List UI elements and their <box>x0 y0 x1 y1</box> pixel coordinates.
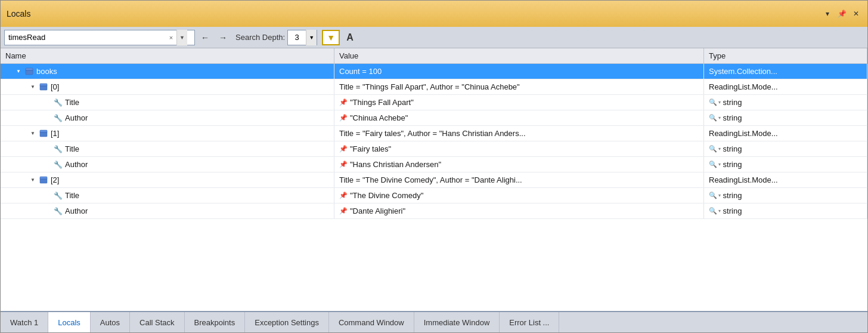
row-name: [1] <box>51 129 59 138</box>
table-row[interactable]: 🔧 Author 📌 "Hans Christian Andersen" 🔍 ▾… <box>1 157 867 172</box>
tab-error-list[interactable]: Error List ... <box>500 312 559 332</box>
table-row[interactable]: [2] Title = "The Divine Comedy", Author … <box>1 172 867 188</box>
table-row[interactable]: 🔧 Author 📌 "Dante Alighieri" 🔍 ▾ string <box>1 204 867 219</box>
row-name: Author <box>65 206 88 215</box>
value-cell: Title = "Things Fall Apart", Author = "C… <box>334 79 704 94</box>
search-icon: 🔍 <box>709 145 717 153</box>
type-dropdown-icon[interactable]: ▾ <box>718 100 721 105</box>
close-button[interactable]: ✕ <box>851 8 861 19</box>
row-name: Title <box>65 191 79 200</box>
row-name: Title <box>65 144 79 153</box>
table-row[interactable]: 🔧 Author 📌 "Chinua Achebe" 🔍 ▾ string <box>1 110 867 126</box>
expand-arrow[interactable] <box>29 177 36 184</box>
depth-box: 3 ▼ <box>287 30 317 45</box>
filter-icon: ▼ <box>327 33 335 42</box>
type-cell: ReadingList.Mode... <box>704 79 867 94</box>
column-headers: Name Value Type <box>1 48 867 64</box>
search-dropdown-button[interactable]: ▼ <box>176 30 187 45</box>
name-cell: [2] <box>1 172 334 187</box>
value-cell: 📌 "Hans Christian Andersen" <box>334 157 704 172</box>
table-row[interactable]: 🔧 Title 📌 "Fairy tales" 🔍 ▾ string <box>1 141 867 157</box>
tab-autos[interactable]: Autos <box>91 312 130 332</box>
svg-rect-1 <box>26 68 33 70</box>
svg-rect-4 <box>40 84 47 86</box>
back-button[interactable]: ← <box>197 30 213 45</box>
tab-breakpoints[interactable]: Breakpoints <box>185 312 246 332</box>
dropdown-title-button[interactable]: ▾ <box>822 8 833 19</box>
value-cell: Title = "Fairy tales", Author = "Hans Ch… <box>334 126 704 141</box>
table-row[interactable]: [0] Title = "Things Fall Apart", Author … <box>1 79 867 95</box>
title-controls: ▾ 📌 ✕ <box>822 8 861 19</box>
value-cell: 📌 "Chinua Achebe" <box>334 110 704 125</box>
cube-icon <box>24 67 34 76</box>
row-name: books <box>36 67 57 76</box>
pin-icon: 📌 <box>339 192 348 199</box>
tab-locals[interactable]: Locals <box>48 312 91 332</box>
value-cell: 📌 "Things Fall Apart" <box>334 95 704 110</box>
wrench-icon: 🔧 <box>53 206 63 216</box>
table-row[interactable]: 🔧 Title 📌 "Things Fall Apart" 🔍 ▾ string <box>1 95 867 110</box>
expand-arrow[interactable] <box>29 84 36 91</box>
type-dropdown-icon[interactable]: ▾ <box>718 208 721 214</box>
name-cell: [0] <box>1 79 334 94</box>
expand-arrow[interactable] <box>29 130 36 137</box>
type-dropdown-icon[interactable]: ▾ <box>718 162 721 167</box>
name-cell: 🔧 Title <box>1 188 334 203</box>
wrench-icon: 🔧 <box>53 113 63 123</box>
search-icon: 🔍 <box>709 207 717 215</box>
name-cell: books <box>1 64 334 79</box>
type-dropdown-icon[interactable]: ▾ <box>718 193 721 198</box>
type-dropdown-icon[interactable]: ▾ <box>718 146 721 152</box>
table-row[interactable]: 🔧 Title 📌 "The Divine Comedy" 🔍 ▾ string <box>1 188 867 204</box>
name-cell: [1] <box>1 126 334 141</box>
type-cell: 🔍 ▾ string <box>704 95 867 110</box>
cube-icon <box>39 175 48 185</box>
svg-rect-7 <box>40 130 47 132</box>
row-name: Title <box>65 98 79 107</box>
type-cell: ReadingList.Mode... <box>704 172 867 187</box>
wrench-icon: 🔧 <box>53 191 63 201</box>
value-cell: Count = 100 <box>334 64 704 79</box>
tab-command-window[interactable]: Command Window <box>329 312 414 332</box>
search-depth-label: Search Depth: <box>235 33 285 42</box>
type-cell: 🔍 ▾ string <box>704 110 867 125</box>
tab-immediate-window[interactable]: Immediate Window <box>414 312 500 332</box>
table-row[interactable]: books Count = 100 System.Collection... <box>1 64 867 79</box>
table-row[interactable]: [1] Title = "Fairy tales", Author = "Han… <box>1 126 867 141</box>
tab-exception-settings[interactable]: Exception Settings <box>245 312 329 332</box>
search-clear-button[interactable]: × <box>166 32 176 43</box>
value-cell: 📌 "Dante Alighieri" <box>334 204 704 218</box>
filter-button[interactable]: ▼ <box>322 30 340 45</box>
tab-callstack[interactable]: Call Stack <box>130 312 185 332</box>
col-header-type: Type <box>704 48 867 63</box>
tab-watch1[interactable]: Watch 1 <box>1 312 48 332</box>
pin-button[interactable]: 📌 <box>836 8 847 19</box>
search-input[interactable] <box>5 30 166 45</box>
title-bar: Locals ▾ 📌 ✕ <box>1 1 867 27</box>
row-name: [2] <box>51 175 59 184</box>
toolbar: × ▼ ← → Search Depth: 3 ▼ ▼ A <box>1 27 867 48</box>
pin-icon: 📌 <box>339 145 348 153</box>
locals-window: Locals ▾ 📌 ✕ × ▼ ← → Search Depth: 3 ▼ ▼… <box>0 0 868 333</box>
expand-arrow[interactable] <box>15 68 22 75</box>
name-cell: 🔧 Author <box>1 157 334 172</box>
forward-button[interactable]: → <box>215 30 231 45</box>
cube-icon <box>39 129 48 138</box>
wrench-icon: 🔧 <box>53 98 63 107</box>
type-cell: 🔍 ▾ string <box>704 157 867 172</box>
table-rows: books Count = 100 System.Collection... <box>1 64 867 311</box>
name-cell: 🔧 Author <box>1 204 334 218</box>
type-cell: ReadingList.Mode... <box>704 126 867 141</box>
type-dropdown-icon[interactable]: ▾ <box>718 115 721 121</box>
col-header-value: Value <box>334 48 704 63</box>
wrench-icon: 🔧 <box>53 144 63 154</box>
pin-icon: 📌 <box>339 98 348 106</box>
wrench-icon: 🔧 <box>53 160 63 169</box>
value-cell: 📌 "Fairy tales" <box>334 141 704 156</box>
depth-dropdown-button[interactable]: ▼ <box>306 30 317 45</box>
search-icon: 🔍 <box>709 114 717 122</box>
pin-icon: 📌 <box>339 114 348 122</box>
table-area: Name Value Type books <box>1 48 867 311</box>
search-box: × ▼ <box>4 30 195 45</box>
font-button[interactable]: A <box>342 30 358 45</box>
